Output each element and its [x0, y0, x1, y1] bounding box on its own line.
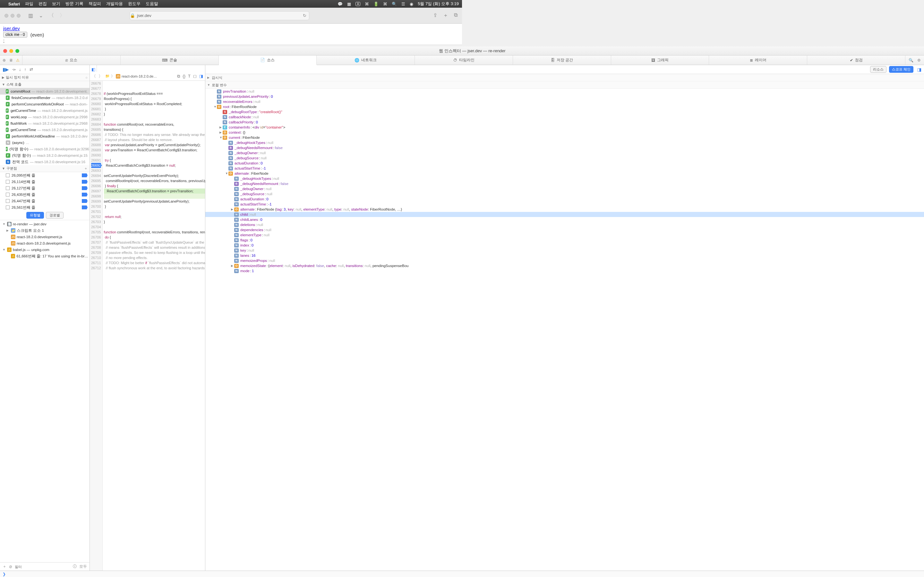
tree-item[interactable]: ▶📁스크립트 요소 1: [0, 227, 89, 234]
warning-icon[interactable]: ⚠: [16, 58, 19, 63]
nav-back-icon[interactable]: 〈: [92, 73, 96, 79]
group-by-type[interactable]: 유형별: [26, 212, 44, 219]
scope-tree[interactable]: ▶감시식 ▼로컬 변수 NprevTransition: nullNprevio…: [205, 74, 462, 288]
coverage-icon[interactable]: ◻: [193, 74, 197, 79]
tab-network[interactable]: 🌐네트워크: [317, 55, 415, 65]
menu-edit[interactable]: 편집: [39, 1, 47, 7]
page-link[interactable]: jser.dev: [3, 26, 20, 31]
tabs-icon[interactable]: ⧉: [454, 12, 457, 19]
scope-row[interactable]: Nmode: 1: [205, 268, 462, 274]
inspector-titlebar[interactable]: 웹 인스펙터 — jser.dev — re-render: [0, 47, 462, 55]
close-window[interactable]: [5, 14, 8, 18]
close-inspector[interactable]: [3, 49, 7, 53]
chevron-down-icon[interactable]: ⌄: [37, 13, 44, 19]
nav-fwd-icon[interactable]: 〉: [99, 73, 103, 79]
scope-row[interactable]: N_debugHookTypes: null: [205, 176, 462, 181]
scope-row[interactable]: NprevTransition: null: [205, 89, 462, 94]
group-by-path[interactable]: 경로별: [46, 212, 63, 219]
scope-row[interactable]: Nkey: null: [205, 248, 462, 253]
scope-row[interactable]: ▶Ocontext: {}: [205, 130, 462, 135]
control-center-icon[interactable]: ☰: [401, 2, 405, 6]
tab-console[interactable]: ⌨콘솔: [121, 55, 219, 65]
menu-help[interactable]: 도움말: [145, 1, 158, 7]
minimize-inspector[interactable]: [9, 49, 13, 53]
sidebar-icon[interactable]: ▥: [27, 13, 34, 19]
maximize-inspector[interactable]: [15, 49, 19, 53]
scope-row[interactable]: Nlanes: 16: [205, 253, 462, 258]
local-vars-header[interactable]: ▼로컬 변수: [205, 81, 462, 89]
stack-frame[interactable]: N(async) …: [0, 139, 89, 146]
scope-row[interactable]: NpreviousUpdateLanePriority: 0: [205, 94, 462, 99]
stack-frame[interactable]: FcommitRoot — react-dom-18.2.0.developme…: [0, 88, 89, 95]
watch-header[interactable]: ▶감시식: [205, 74, 462, 81]
scope-row[interactable]: NactualStartTime: -1: [205, 166, 462, 171]
breakpoint-item[interactable]: 26,127번째 줄: [0, 185, 89, 191]
scope-row[interactable]: N_debugOwner: null: [205, 150, 462, 155]
tab-elements[interactable]: ⎚요소: [23, 55, 121, 65]
menu-view[interactable]: 보기: [52, 1, 60, 7]
add-breakpoint-icon[interactable]: ＋: [84, 166, 87, 171]
tree-item[interactable]: ▼📄re-render — jser.dev: [0, 221, 89, 227]
search-icon[interactable]: 🔍: [392, 2, 397, 6]
tree-item[interactable]: JSreact-18.2.0.development.js: [0, 234, 89, 240]
breakpoint-item[interactable]: 26,435번째 줄: [0, 191, 89, 198]
scope-row[interactable]: Ndependencies: null: [205, 227, 462, 232]
battery-icon[interactable]: 🔋: [373, 2, 379, 6]
chat-icon[interactable]: 💬: [338, 2, 342, 6]
minimize-window[interactable]: [11, 14, 15, 18]
scope-row[interactable]: ▶OmemoizedState: {element: null, isDehyd…: [205, 263, 462, 268]
scope-row[interactable]: N_debugHookTypes: null: [205, 140, 462, 145]
scope-row[interactable]: NactualDuration: 0: [205, 161, 462, 166]
type-icon[interactable]: T: [188, 74, 191, 79]
scope-row[interactable]: NrecoverableErrors: null: [205, 99, 462, 104]
scope-row[interactable]: N_debugSource: null: [205, 155, 462, 161]
address-bar[interactable]: 🔒 jser.dev ↻: [129, 11, 309, 20]
click-me-button[interactable]: click me - 0: [3, 32, 27, 37]
stack-frame[interactable]: FworkLoop — react-18.2.0.development.js:…: [0, 114, 89, 120]
breakpoints-header[interactable]: ▼구분점 ＋: [0, 165, 89, 172]
app-name[interactable]: Safari: [8, 2, 20, 6]
step-over-icon[interactable]: ⤼: [12, 67, 16, 72]
new-tab-icon[interactable]: ＋: [443, 12, 448, 19]
call-stack-header[interactable]: ▼스택 호출: [0, 81, 89, 88]
stack-frame[interactable]: FperformWorkUntilDeadline — react-18.2.0…: [0, 133, 89, 139]
step-icon[interactable]: ⇄: [29, 67, 33, 72]
stack-frame[interactable]: F(익명 함수) — react-18.2.0.development.js:1…: [0, 152, 89, 159]
resume-icon[interactable]: ▮▶: [3, 67, 9, 73]
scope-row[interactable]: ▶Oalternate: FiberNode {tag: 3, key: nul…: [205, 207, 462, 212]
tree-item[interactable]: JSreact-dom-18.2.0.development.js: [0, 240, 89, 247]
scope-row[interactable]: NcallbackPriority: 0: [205, 119, 462, 125]
scope-row[interactable]: ▼Ocurrent: FiberNode: [205, 135, 462, 140]
pause-reason-header[interactable]: ▶일시 정지 이유 ○: [0, 74, 89, 81]
tree-item[interactable]: ▼⚠babel.js — unpkg.com: [0, 247, 89, 253]
scope-row[interactable]: B_debugNeedsRemount: false: [205, 145, 462, 150]
stack-frame[interactable]: S전역 코드 — react-18.2.0.development.js:16: [0, 159, 89, 165]
menu-history[interactable]: 방문 기록: [65, 1, 83, 7]
scope-row[interactable]: NelementType: null: [205, 232, 462, 237]
menu-window[interactable]: 윈도우: [128, 1, 141, 7]
scope-row[interactable]: NmemoizedProps: null: [205, 258, 462, 263]
scope-row[interactable]: ▼Oalternate: FiberNode: [205, 171, 462, 176]
scope-row[interactable]: N_debugSource: null: [205, 191, 462, 197]
clock[interactable]: 5월 7일 (화) 오후 3:19: [418, 1, 459, 7]
breakpoint-item[interactable]: 26,447번째 줄: [0, 198, 89, 204]
bluetooth-icon[interactable]: ⌘: [365, 2, 369, 6]
scope-row[interactable]: Nchild: null: [205, 212, 462, 217]
scope-row[interactable]: B_debugNeedsRemount: false: [205, 181, 462, 186]
grid-icon[interactable]: ▦: [347, 2, 351, 6]
wifi-icon[interactable]: ⌘: [383, 2, 387, 6]
input-icon[interactable]: A: [355, 2, 360, 6]
braces-icon[interactable]: {}: [183, 74, 186, 79]
scope-row[interactable]: S_debugRootType: "createRoot()": [205, 109, 462, 114]
step-out-icon[interactable]: ↑: [24, 67, 27, 72]
reload-icon[interactable]: ↻: [303, 13, 306, 18]
breakpoint-item[interactable]: 26,095번째 줄: [0, 172, 89, 179]
stack-frame[interactable]: FflushWork — react-18.2.0.development.js…: [0, 120, 89, 127]
back-button[interactable]: 〈: [47, 12, 55, 19]
stack-frame[interactable]: F(익명 함수) — react-18.2.0.development.js:3…: [0, 146, 89, 152]
scope-row[interactable]: NcallbackNode: null: [205, 114, 462, 119]
stack-frame[interactable]: FgetCurrentTime — react-18.2.0.developme…: [0, 127, 89, 133]
left-panel-toggle[interactable]: ◧: [90, 65, 97, 72]
scope-row[interactable]: ▼Oroot: FiberRootNode: [205, 104, 462, 109]
scope-row[interactable]: NactualDuration: 0: [205, 197, 462, 201]
